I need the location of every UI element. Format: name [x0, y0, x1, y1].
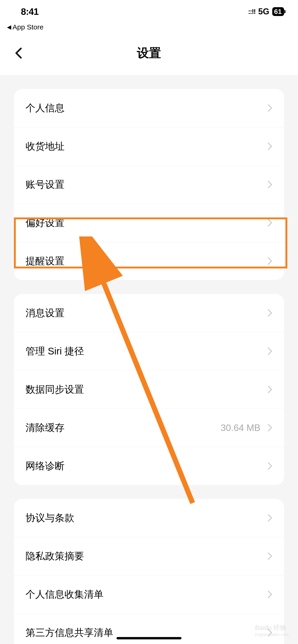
chevron-right-icon	[267, 218, 272, 227]
row-shipping-address[interactable]: 收货地址	[14, 127, 284, 166]
row-label: 协议与条款	[26, 512, 74, 524]
home-indicator[interactable]	[117, 637, 181, 639]
row-label: 个人信息	[26, 102, 65, 114]
chevron-right-icon	[267, 552, 272, 560]
watermark-main: Baidu 经验	[255, 623, 289, 632]
back-to-app-button[interactable]: ◀ App Store	[0, 23, 298, 38]
page-title: 设置	[12, 45, 286, 61]
row-reminder-settings[interactable]: 提醒设置	[14, 242, 284, 280]
status-right: ::!! 5G 61	[248, 7, 284, 16]
row-siri-shortcuts[interactable]: 管理 Siri 捷径	[14, 332, 284, 370]
row-clear-cache[interactable]: 清除缓存 30.64 MB	[14, 409, 284, 447]
watermark-sub: jingyan.baidu.com	[255, 632, 289, 637]
row-account-settings[interactable]: 账号设置	[14, 166, 284, 204]
row-personal-info-list[interactable]: 个人信息收集清单	[14, 576, 284, 614]
nav-header: 设置	[0, 38, 298, 75]
row-label: 隐私政策摘要	[26, 550, 84, 563]
chevron-right-icon	[267, 590, 272, 598]
chevron-right-icon	[267, 309, 272, 317]
row-label: 个人信息收集清单	[26, 588, 104, 601]
content: 个人信息 收货地址 账号设置 偏好设置 提醒设置	[0, 75, 298, 644]
back-app-label: App Store	[13, 23, 43, 31]
row-preferences[interactable]: 偏好设置	[14, 204, 284, 242]
row-label: 数据同步设置	[26, 383, 84, 396]
row-privacy-summary[interactable]: 隐私政策摘要	[14, 537, 284, 576]
row-label: 清除缓存	[26, 421, 65, 434]
row-label: 第三方信息共享清单	[26, 626, 113, 639]
chevron-right-icon	[267, 347, 272, 356]
row-data-sync-settings[interactable]: 数据同步设置	[14, 370, 284, 409]
chevron-right-icon	[267, 142, 272, 150]
chevron-right-icon	[267, 180, 272, 189]
row-label: 管理 Siri 捷径	[26, 345, 84, 358]
watermark: Baidu 经验 jingyan.baidu.com	[255, 623, 289, 637]
row-label: 网络诊断	[26, 460, 65, 472]
signal-icon: ::!!	[248, 8, 255, 16]
chevron-right-icon	[267, 257, 272, 265]
back-triangle-icon: ◀	[7, 24, 11, 30]
row-label: 提醒设置	[26, 254, 65, 268]
settings-section-1: 个人信息 收货地址 账号设置 偏好设置 提醒设置	[14, 89, 284, 280]
row-third-party-sharing[interactable]: 第三方信息共享清单	[14, 614, 284, 644]
settings-section-2: 消息设置 管理 Siri 捷径 数据同步设置 清除缓存 30.64 MB	[14, 294, 284, 485]
battery-icon: 61	[272, 7, 284, 16]
row-label: 偏好设置	[26, 216, 65, 229]
row-label: 账号设置	[26, 178, 65, 191]
battery-level: 61	[274, 8, 282, 16]
row-network-diagnostics[interactable]: 网络诊断	[14, 447, 284, 485]
chevron-right-icon	[267, 514, 272, 522]
status-time: 8:41	[21, 6, 39, 17]
chevron-right-icon	[267, 424, 272, 432]
row-label: 消息设置	[26, 306, 65, 320]
status-bar: 8:41 ::!! 5G 61	[0, 0, 298, 23]
chevron-right-icon	[267, 385, 272, 394]
chevron-right-icon	[267, 104, 272, 112]
cache-size-value: 30.64 MB	[221, 422, 260, 433]
row-message-settings[interactable]: 消息设置	[14, 294, 284, 332]
row-personal-info[interactable]: 个人信息	[14, 89, 284, 127]
row-label: 收货地址	[26, 140, 65, 153]
row-terms[interactable]: 协议与条款	[14, 499, 284, 537]
back-button[interactable]	[14, 47, 23, 59]
network-type: 5G	[258, 7, 269, 16]
settings-section-3: 协议与条款 隐私政策摘要 个人信息收集清单 第三方信息共享清单	[14, 499, 284, 644]
chevron-right-icon	[267, 462, 272, 470]
